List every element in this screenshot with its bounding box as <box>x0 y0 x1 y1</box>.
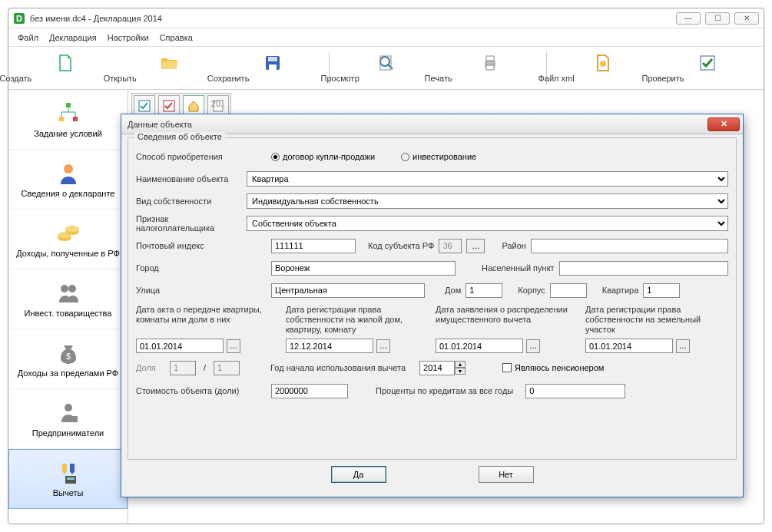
toolbar-open[interactable]: Открыть <box>120 50 217 87</box>
city-input[interactable] <box>271 261 456 276</box>
date-reg-land-input[interactable] <box>585 339 673 353</box>
minimize-button[interactable]: — <box>676 12 701 25</box>
sidebar-item-income-abroad[interactable]: $ Доходы за пределами РФ <box>8 329 128 389</box>
taxpayer-sign-label: Признак налогоплательщика <box>136 214 242 233</box>
close-button[interactable]: ✕ <box>734 12 759 25</box>
ownership-combo[interactable]: Индивидуальная собственность <box>247 193 728 209</box>
ownership-label: Вид собственности <box>136 197 242 206</box>
toolbar-save[interactable]: Сохранить <box>224 50 321 87</box>
window-controls: — ☐ ✕ <box>676 12 759 25</box>
toolbar-xml[interactable]: Файл xml <box>555 50 652 87</box>
sidebar-item-investments[interactable]: Инвест. товарищества <box>8 269 128 329</box>
house-input[interactable] <box>466 283 502 298</box>
dialog-title: Данные объекта <box>128 120 707 129</box>
district-input[interactable] <box>531 239 728 253</box>
dialog-close-button[interactable]: ✕ <box>707 117 740 131</box>
taxpayer-sign-combo[interactable]: Собственник объекта <box>247 216 728 231</box>
date-claim-picker-button[interactable]: … <box>526 339 540 353</box>
district-label: Район <box>502 241 525 250</box>
street-input[interactable] <box>271 283 425 298</box>
person-icon <box>56 161 81 186</box>
svg-text:20..: 20.. <box>211 99 225 108</box>
obj-name-label: Наименование объекта <box>136 174 242 183</box>
date-act-picker-button[interactable]: … <box>227 339 240 353</box>
menu-declaration[interactable]: Декларация <box>49 33 97 42</box>
check-icon <box>698 54 717 72</box>
date-reg-flat-input[interactable] <box>286 339 373 353</box>
sidebar-item-label: Предприниматели <box>32 428 104 438</box>
titlebar: D без имени.dc4 - Декларация 2014 — ☐ ✕ <box>8 8 764 28</box>
year-up-button[interactable]: ▲ <box>455 361 466 368</box>
open-folder-icon <box>160 54 178 72</box>
toolbar-preview[interactable]: Просмотр <box>337 50 435 87</box>
share-label: Доля <box>136 363 165 372</box>
menu-file[interactable]: Файл <box>18 33 38 42</box>
postcode-input[interactable] <box>271 239 356 253</box>
maximize-button[interactable]: ☐ <box>705 12 730 25</box>
sidebar-item-declarant[interactable]: Сведения о декларанте <box>8 150 128 210</box>
cost-label: Стоимость объекта (доли) <box>136 386 267 395</box>
radio-purchase[interactable]: договор купли-продажи <box>271 152 375 161</box>
date-claim-input[interactable] <box>436 339 523 353</box>
sidebar-item-label: Задание условий <box>34 129 101 138</box>
menu-help[interactable]: Справка <box>160 33 193 42</box>
new-file-icon <box>56 54 75 72</box>
house-label: Дом <box>445 286 461 295</box>
ok-button[interactable]: Да <box>331 466 386 483</box>
sidebar-item-label: Сведения о декларанте <box>22 189 115 198</box>
partnership-icon <box>56 281 81 306</box>
year-down-button[interactable]: ▼ <box>455 368 466 375</box>
date-claim-label: Дата заявления о распределении имуществе… <box>436 305 578 335</box>
year-start-input[interactable] <box>419 361 455 375</box>
year-start-label: Год начала использования вычета <box>270 363 406 372</box>
date-reg-flat-label: Дата регистрации права собственности на … <box>286 305 428 335</box>
sidebar-item-conditions[interactable]: Задание условий <box>8 90 128 150</box>
settlement-input[interactable] <box>559 261 728 276</box>
radio-invest[interactable]: инвестирование <box>401 152 476 161</box>
svg-rect-9 <box>486 65 494 70</box>
share-num-input <box>170 361 196 375</box>
cancel-button[interactable]: Нет <box>479 466 534 483</box>
sidebar-item-label: Доходы за пределами РФ <box>18 368 118 378</box>
app-icon: D <box>13 12 25 25</box>
subject-code-browse-button[interactable]: … <box>466 239 485 253</box>
sidebar-item-label: Инвест. товарищества <box>25 309 112 318</box>
svg-point-10 <box>600 61 606 67</box>
xml-file-icon <box>594 54 612 72</box>
sidebar-item-income-rf[interactable]: Доходы, полученные в РФ <box>8 210 128 269</box>
toolbar-check[interactable]: Проверить <box>658 50 756 87</box>
toolbar: Создать Открыть Сохранить Просмотр Печат… <box>8 47 764 90</box>
svg-rect-24 <box>70 416 78 422</box>
sidebar: Задание условий Сведения о декларанте До… <box>8 90 128 524</box>
building-label: Корпус <box>518 286 545 295</box>
svg-point-15 <box>64 164 73 173</box>
date-reg-flat-picker-button[interactable]: … <box>376 339 390 353</box>
sidebar-item-entrepreneurs[interactable]: Предприниматели <box>8 389 128 449</box>
date-act-input[interactable] <box>136 339 224 353</box>
subject-code-label: Код субъекта РФ <box>368 241 434 250</box>
toolbar-print[interactable]: Печать <box>441 50 538 87</box>
pensioner-checkbox[interactable]: Являюсь пенсионером <box>502 363 604 372</box>
sidebar-item-deductions[interactable]: Вычеты <box>8 449 128 509</box>
credit-interest-input[interactable] <box>525 384 625 398</box>
svg-rect-8 <box>486 56 494 61</box>
obj-name-combo[interactable]: Квартира <box>247 171 728 187</box>
flat-input[interactable] <box>643 283 680 298</box>
menu-settings[interactable]: Настройки <box>108 33 149 42</box>
svg-point-19 <box>65 226 79 232</box>
preview-icon <box>377 54 396 72</box>
postcode-label: Почтовый индекс <box>136 241 267 250</box>
share-den-input <box>214 361 240 375</box>
date-reg-land-picker-button[interactable]: … <box>676 339 690 353</box>
save-icon <box>263 54 282 72</box>
flat-label: Квартира <box>602 286 639 295</box>
deductions-icon <box>56 461 81 485</box>
building-input[interactable] <box>550 283 587 298</box>
toolbar-create[interactable]: Создать <box>16 50 114 87</box>
coins-icon <box>56 221 81 246</box>
credit-interest-label: Проценты по кредитам за все годы <box>376 386 513 395</box>
city-label: Город <box>136 263 267 273</box>
cost-input[interactable] <box>271 384 348 398</box>
subject-code-input <box>439 239 462 253</box>
svg-text:$: $ <box>65 352 70 361</box>
